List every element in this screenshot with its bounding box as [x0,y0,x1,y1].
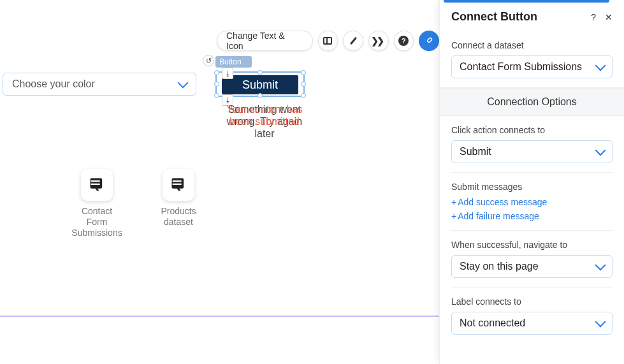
dataset-icon [81,169,113,201]
datasets-row: Contact Form Submissions Products datase… [71,169,204,238]
dataset-contact-form[interactable]: Contact Form Submissions [71,169,122,238]
navigate-section: When successful, navigate to Stay on thi… [440,231,624,287]
help-button[interactable]: ? [394,31,414,51]
element-type-chip: Button [215,56,252,68]
add-success-message-link[interactable]: +Add success message [451,197,613,207]
resize-handle[interactable] [301,82,306,87]
click-action-section: Click action connects to Submit [440,116,624,172]
brush-icon [349,37,356,45]
editor-canvas: Choose your color Change Text & Icon ❮❮ … [0,0,439,364]
connect-dataset-label: Connect a dataset [451,40,613,50]
panel-title: Connect Button [451,10,537,24]
label-connects-label: Label connects to [451,296,613,307]
dataset-label: Contact Form Submissions [71,206,122,238]
panel-close-button[interactable]: ✕ [605,12,613,22]
chevron-down-icon [595,260,606,271]
dataset-label: Products dataset [153,206,204,228]
add-failure-message-link[interactable]: +Add failure message [451,211,613,221]
navigate-dropdown[interactable]: Stay on this page [451,255,613,278]
resize-handle[interactable] [214,70,219,75]
question-icon: ? [398,36,409,46]
submit-messages-section: Submit messages +Add success message +Ad… [440,173,624,230]
dataset-products[interactable]: Products dataset [153,169,204,238]
dataset-icon [163,169,194,201]
resize-handle[interactable] [214,93,219,98]
resize-handle[interactable] [301,93,306,98]
animation-icon: ❮❮ [373,36,384,46]
chevron-down-icon [595,61,606,71]
submit-messages-label: Submit messages [451,182,613,192]
chevron-down-icon [595,145,606,156]
design-button[interactable] [343,31,363,51]
connection-options-header: Connection Options [440,88,624,116]
navigate-label: When successful, navigate to [451,240,613,250]
connect-data-button[interactable] [419,31,439,51]
click-action-label: Click action connects to [451,125,613,135]
element-toolbar: Change Text & Icon ❮❮ ? [217,31,439,51]
resize-handle[interactable] [301,70,306,75]
connect-panel: Connect Button ? ✕ Connect a dataset Con… [439,0,624,364]
label-connects-section: Label connects to Not connected [440,288,624,344]
click-action-dropdown[interactable]: Submit [451,140,613,163]
layout-icon [323,37,332,45]
section-divider [0,316,439,317]
resize-handle[interactable] [214,82,219,87]
animation-button[interactable]: ❮❮ [368,31,389,51]
reset-rotation-icon[interactable]: ↺ [203,55,214,66]
connect-dataset-dropdown[interactable]: Contact Form Submissions [451,55,613,78]
panel-header: Connect Button ? ✕ [440,3,624,31]
color-dropdown[interactable]: Choose your color [3,73,196,96]
download-icon[interactable]: ⭳ [222,68,233,79]
resize-handle[interactable] [258,70,263,75]
chevron-down-icon [178,78,189,89]
submit-button[interactable]: Submit [222,75,298,94]
label-connects-dropdown[interactable]: Not connected [451,312,613,335]
connect-dataset-section: Connect a dataset Contact Form Submissio… [440,31,624,88]
chevron-down-icon [595,317,606,328]
panel-help-button[interactable]: ? [591,12,596,22]
connect-icon [423,35,435,47]
layout-button[interactable] [318,31,338,51]
color-dropdown-placeholder: Choose your color [12,78,95,90]
change-text-button[interactable]: Change Text & Icon [217,31,313,51]
resize-handle[interactable] [258,93,263,98]
